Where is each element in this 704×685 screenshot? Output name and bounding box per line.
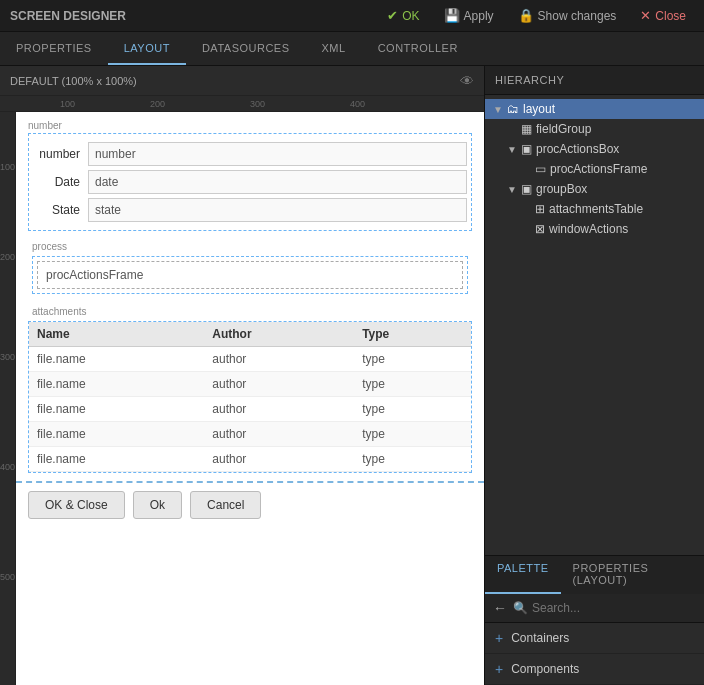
cell-1-2: type — [354, 372, 471, 397]
search-icon: 🔍 — [513, 601, 528, 615]
cell-1-0: file.name — [29, 372, 204, 397]
tab-datasources[interactable]: DATASOURCES — [186, 32, 306, 65]
plus-icon-containers: + — [495, 630, 503, 646]
app-title: SCREEN DESIGNER — [10, 9, 371, 23]
ok-close-button[interactable]: OK & Close — [28, 491, 125, 519]
palette-item-components[interactable]: + Components — [485, 654, 704, 685]
close-icon: ✕ — [640, 8, 651, 23]
tree-item-label: layout — [523, 102, 555, 116]
ruler-v-400: 400 — [0, 462, 15, 472]
col-author: Author — [204, 322, 354, 347]
containers-label: Containers — [511, 631, 569, 645]
cancel-button-form[interactable]: Cancel — [190, 491, 261, 519]
tree-item-fieldgroup[interactable]: ▦fieldGroup — [485, 119, 704, 139]
canvas-toolbar: DEFAULT (100% x 100%) 👁 — [0, 66, 484, 96]
cell-3-1: author — [204, 422, 354, 447]
field-input-number[interactable] — [88, 142, 467, 166]
tree-item-label: procActionsBox — [536, 142, 619, 156]
form-field-date: Date — [33, 170, 467, 194]
tree-item-procactionsframe[interactable]: ▭procActionsFrame — [485, 159, 704, 179]
tree-item-groupbox[interactable]: ▼▣groupBox — [485, 179, 704, 199]
tree-item-label: windowActions — [549, 222, 628, 236]
proc-actions-frame: procActionsFrame — [37, 261, 463, 289]
palette-tabs: PALETTE PROPERTIES (layout) — [485, 556, 704, 594]
ruler-h-200: 200 — [150, 99, 165, 109]
canvas-wrapper: 100 200 300 400 500 number number — [0, 112, 484, 685]
tree-item-label: fieldGroup — [536, 122, 591, 136]
palette-search-bar: ← 🔍 — [485, 594, 704, 623]
changes-icon: 🔒 — [518, 8, 534, 23]
topbar: SCREEN DESIGNER ✔ OK 💾 Apply 🔒 Show chan… — [0, 0, 704, 32]
palette-tab-palette[interactable]: PALETTE — [485, 556, 561, 594]
cell-0-2: type — [354, 347, 471, 372]
navtabs: PROPERTIES LAYOUT DATASOURCES XML CONTRO… — [0, 32, 704, 66]
canvas: number number Date State — [16, 112, 484, 685]
process-label: process — [24, 239, 476, 254]
ok-button-form[interactable]: Ok — [133, 491, 182, 519]
attachments-table: Name Author Type file.nameauthortypefile… — [29, 322, 471, 472]
field-group-section: number number Date State — [16, 112, 484, 237]
hierarchy-panel: HIERARCHY ▼🗂layout▦fieldGroup▼▣procActio… — [485, 66, 704, 555]
table-row: file.nameauthortype — [29, 447, 471, 472]
hierarchy-header: HIERARCHY — [485, 66, 704, 95]
field-label-number: number — [33, 147, 88, 161]
tree-item-layout[interactable]: ▼🗂layout — [485, 99, 704, 119]
table-row: file.nameauthortype — [29, 422, 471, 447]
ruler-h-100: 100 — [60, 99, 75, 109]
palette-tab-properties[interactable]: PROPERTIES (layout) — [561, 556, 704, 594]
attachments-section: attachments Name Author Type — [16, 302, 484, 481]
cell-1-1: author — [204, 372, 354, 397]
tree-node-icon: 🗂 — [507, 102, 519, 116]
cell-3-0: file.name — [29, 422, 204, 447]
ruler-horizontal: 100 200 300 400 — [0, 96, 484, 112]
ruler-v-200: 200 — [0, 252, 15, 262]
col-name: Name — [29, 322, 204, 347]
palette-item-containers[interactable]: + Containers — [485, 623, 704, 654]
cell-0-0: file.name — [29, 347, 204, 372]
tree-node-icon: ⊞ — [535, 202, 545, 216]
eye-icon[interactable]: 👁 — [460, 73, 474, 89]
attachments-container: Name Author Type file.nameauthortypefile… — [28, 321, 472, 473]
search-input[interactable] — [532, 601, 696, 615]
tab-properties[interactable]: PROPERTIES — [0, 32, 108, 65]
back-arrow-icon[interactable]: ← — [493, 600, 507, 616]
close-button[interactable]: ✕ Close — [632, 6, 694, 25]
tab-layout[interactable]: LAYOUT — [108, 32, 186, 65]
cell-4-1: author — [204, 447, 354, 472]
table-row: file.nameauthortype — [29, 347, 471, 372]
show-changes-button[interactable]: 🔒 Show changes — [510, 6, 625, 25]
apply-button[interactable]: 💾 Apply — [436, 6, 502, 25]
check-icon: ✔ — [387, 8, 398, 23]
field-label-state: State — [33, 203, 88, 217]
ok-button[interactable]: ✔ OK — [379, 6, 427, 25]
field-input-state[interactable] — [88, 198, 467, 222]
palette-panel: PALETTE PROPERTIES (layout) ← 🔍 + Contai… — [485, 555, 704, 685]
plus-icon-components: + — [495, 661, 503, 677]
field-input-date[interactable] — [88, 170, 467, 194]
tree-item-windowactions[interactable]: ⊠windowActions — [485, 219, 704, 239]
cell-2-1: author — [204, 397, 354, 422]
proc-actions-box: procActionsFrame — [32, 256, 468, 294]
tree-item-label: groupBox — [536, 182, 587, 196]
form-field-state: State — [33, 198, 467, 222]
tree-arrow-icon: ▼ — [507, 144, 521, 155]
cell-3-2: type — [354, 422, 471, 447]
tree-arrow-icon: ▼ — [493, 104, 507, 115]
tree-node-icon: ▭ — [535, 162, 546, 176]
table-row: file.nameauthortype — [29, 372, 471, 397]
form-field-number: number — [33, 142, 467, 166]
tree-node-icon: ▣ — [521, 142, 532, 156]
ruler-vertical: 100 200 300 400 500 — [0, 112, 16, 685]
canvas-area: DEFAULT (100% x 100%) 👁 100 200 300 400 … — [0, 66, 484, 685]
bottom-bar: OK & Close Ok Cancel — [16, 481, 484, 527]
tab-controller[interactable]: CONTROLLER — [362, 32, 474, 65]
process-section: process procActionsFrame — [16, 237, 484, 302]
ruler-v-500: 500 — [0, 572, 15, 582]
main-area: DEFAULT (100% x 100%) 👁 100 200 300 400 … — [0, 66, 704, 685]
tree-item-attachmentstable[interactable]: ⊞attachmentsTable — [485, 199, 704, 219]
col-type: Type — [354, 322, 471, 347]
right-panel: HIERARCHY ▼🗂layout▦fieldGroup▼▣procActio… — [484, 66, 704, 685]
tree-item-procactionsbox[interactable]: ▼▣procActionsBox — [485, 139, 704, 159]
tree-node-icon: ⊠ — [535, 222, 545, 236]
tab-xml[interactable]: XML — [306, 32, 362, 65]
